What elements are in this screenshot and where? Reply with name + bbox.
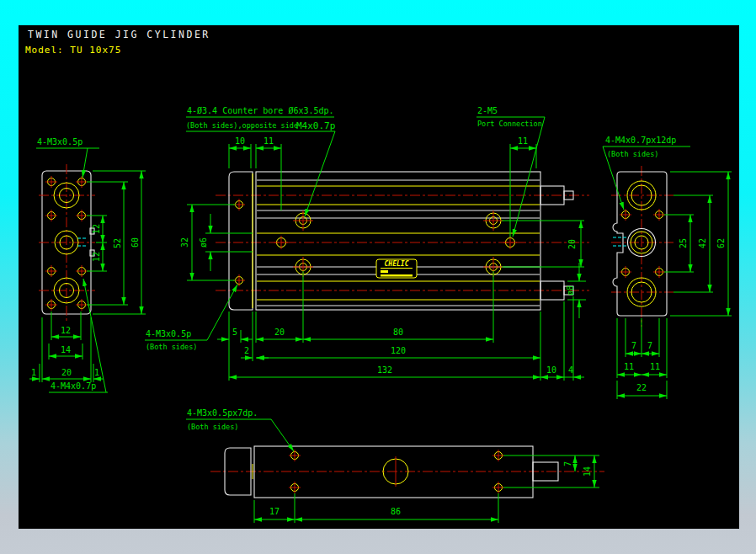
label-m4x12dp-2: (Both sides) [607, 150, 658, 158]
dim-dia6: ø6 [199, 237, 208, 248]
dim-132-total: 132 [377, 365, 392, 375]
dim-12-width: 12 [61, 326, 71, 335]
label-m3x7dp-1: 4-M3x0.5px7dp. [187, 408, 258, 418]
label-m3-thread: 4-M3x0.5p [37, 137, 83, 146]
dim-80-hole: 80 [393, 328, 403, 337]
dim-17: 17 [269, 507, 280, 516]
dim-5: 5 [232, 328, 237, 337]
dim-7-right: 7 [647, 341, 652, 350]
dim-25: 25 [679, 238, 688, 248]
dim-12-gap1: 12 [92, 224, 101, 234]
dim-12-gap2: 12 [92, 252, 101, 262]
dim-10-cap: 10 [235, 136, 245, 146]
dim-60-height: 60 [130, 237, 140, 248]
dim-14: 14 [583, 466, 592, 477]
model-label: Model: TU 10x75 [25, 45, 121, 56]
label-counterbore-1: 4-Ø3.4 Counter bore Ø6x3.5dp. [187, 106, 334, 115]
dim-11-left: 11 [624, 362, 634, 371]
label-m3-both-2: (Both sides) [146, 343, 197, 351]
dim-52-height: 52 [113, 238, 122, 248]
dim-1-right: 1 [94, 368, 99, 377]
dim-2-gap: 2 [244, 346, 249, 355]
dim-11-port-right: 11 [518, 136, 528, 146]
label-m4-thread: 4-M4x0.7p [51, 381, 96, 391]
drawing-title: TWIN GUIDE JIG CYLINDER [28, 29, 210, 40]
dim-20-width: 20 [61, 368, 72, 377]
label-counterbore-2a: (Both sides),opposite side [186, 121, 298, 130]
dim-32-bore: 32 [180, 237, 189, 248]
dim-86: 86 [391, 507, 401, 516]
dim-10-rod: 10 [546, 365, 556, 375]
label-port-2: Port Connection [477, 120, 542, 128]
cad-application-window: TWIN GUIDE JIG CYLINDER Model: TU 10x75 [0, 0, 756, 554]
dim-22: 22 [636, 383, 647, 392]
dim-1-left: 1 [31, 368, 36, 377]
dim-62: 62 [716, 238, 726, 248]
dim-42: 42 [698, 238, 707, 248]
dim-20-ports: 20 [567, 239, 577, 249]
label-counterbore-2b: M4x0.7p [296, 120, 335, 131]
drawing-viewport[interactable]: TWIN GUIDE JIG CYLINDER Model: TU 10x75 [0, 0, 756, 554]
dim-dia8: ø8 [566, 285, 575, 296]
brand-logo-text: CHELIC [385, 260, 409, 268]
label-m3x7dp-2: (Both sides) [187, 423, 238, 431]
dim-11-right: 11 [650, 362, 660, 371]
label-m4x12dp-1: 4-M4x0.7px12dp [605, 136, 676, 145]
brand-plate: CHELIC [376, 259, 417, 278]
dim-20-hole: 20 [274, 328, 285, 337]
dim-7-left: 7 [631, 341, 636, 350]
dim-120-body: 120 [391, 346, 406, 355]
dim-14-width: 14 [61, 345, 71, 354]
label-port-1: 2-M5 [477, 106, 498, 115]
dim-4-rod: 4 [568, 365, 573, 375]
dim-7: 7 [563, 461, 572, 466]
label-m3-both-1: 4-M3x0.5p [146, 329, 191, 338]
dim-11-port-left: 11 [264, 136, 274, 146]
